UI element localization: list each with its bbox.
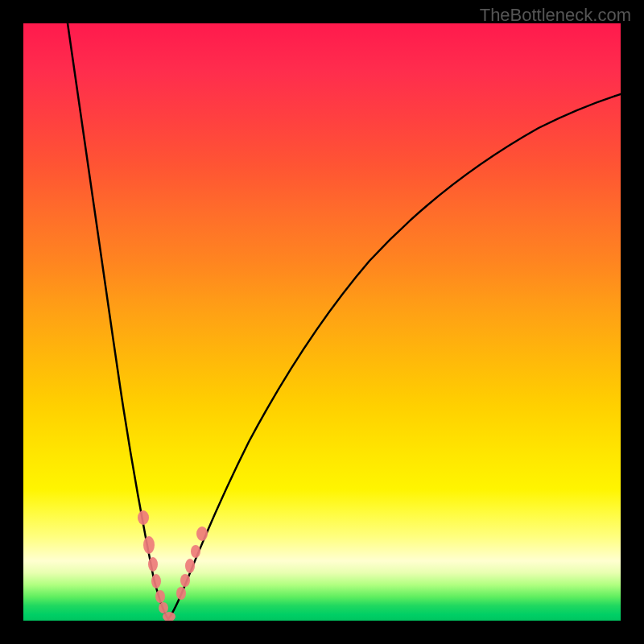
marker-dot xyxy=(159,602,168,613)
marker-cluster xyxy=(138,510,208,621)
marker-dot xyxy=(155,590,165,603)
chart-curves xyxy=(23,23,621,621)
marker-dot xyxy=(143,536,155,554)
marker-dot xyxy=(151,574,161,588)
marker-dot xyxy=(148,557,158,572)
marker-dot xyxy=(185,559,195,573)
marker-dot xyxy=(180,574,190,587)
marker-dot xyxy=(196,526,208,541)
curve-left-branch xyxy=(68,23,168,619)
marker-dot xyxy=(176,587,186,600)
curve-right-branch xyxy=(168,94,621,619)
marker-dot xyxy=(138,510,149,525)
marker-dot xyxy=(191,545,200,558)
watermark-text: TheBottleneck.com xyxy=(480,5,631,26)
chart-plot-area xyxy=(23,23,621,621)
